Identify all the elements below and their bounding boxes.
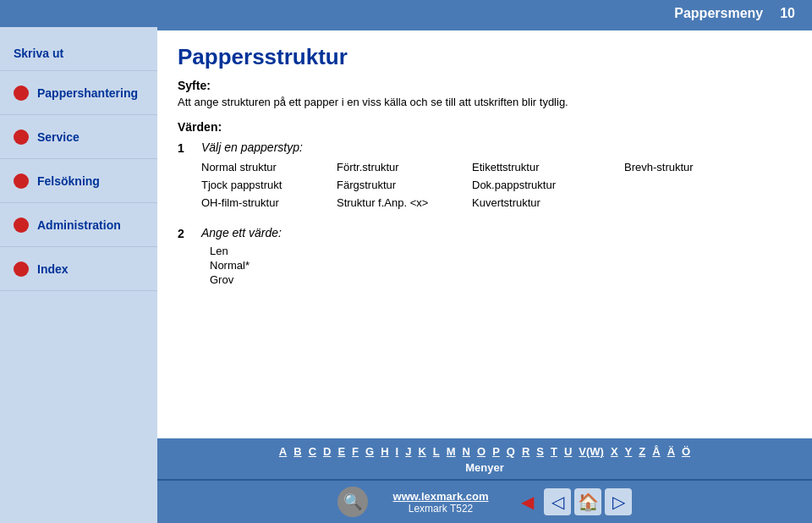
paper-type-cell: Färgstruktur <box>337 177 472 193</box>
paper-type-cell: Dok.pappstruktur <box>472 177 624 193</box>
paper-type-cell <box>624 195 760 211</box>
footer-url[interactable]: www.lexmark.com <box>393 490 489 503</box>
sidebar-item-index[interactable]: Index <box>0 247 157 291</box>
top-header: Pappersmeny 10 <box>0 0 812 27</box>
home-icon[interactable]: 🏠 <box>574 488 601 515</box>
alpha-Z[interactable]: Z <box>636 445 648 458</box>
step-2-content: Ange ett värde: Len Normal* Grov <box>201 226 792 288</box>
sidebar-label-felsoekning: Felsökning <box>37 174 100 188</box>
alphabet-bar: A B C D E F G H I J K L M N O P Q R S T <box>157 438 812 479</box>
alpha-E[interactable]: E <box>335 445 348 458</box>
paper-type-cell: Normal struktur <box>201 159 337 175</box>
footer-center: www.lexmark.com Lexmark T522 <box>393 490 489 515</box>
alpha-AE[interactable]: Ä <box>665 445 678 458</box>
sidebar-item-skriva-ut[interactable]: Skriva ut <box>0 36 157 71</box>
footer-model: Lexmark T522 <box>393 503 489 515</box>
alpha-OE[interactable]: Ö <box>679 445 693 458</box>
paper-type-cell: Tjock pappstrukt <box>201 177 337 193</box>
alpha-AA[interactable]: Å <box>650 445 662 458</box>
sidebar-bullet <box>14 85 29 101</box>
alpha-D[interactable]: D <box>321 445 333 458</box>
alpha-K[interactable]: K <box>415 445 428 458</box>
step-2-row: 2 Ange ett värde: Len Normal* Grov <box>178 226 792 288</box>
footer-nav-icons: ◀ ◁ 🏠 ▷ <box>513 488 632 515</box>
page-title: Pappersstruktur <box>178 44 792 70</box>
paper-types-grid: Normal struktur Förtr.struktur Etikettst… <box>201 159 792 211</box>
paper-type-cell <box>624 177 760 193</box>
alpha-L[interactable]: L <box>431 445 442 458</box>
paper-type-cell: Struktur f.Anp. <x> <box>337 195 472 211</box>
sidebar-label-administration: Administration <box>37 218 121 232</box>
paper-type-cell: Kuvertstruktur <box>472 195 624 211</box>
alpha-J[interactable]: J <box>403 445 414 458</box>
sidebar-bullet <box>14 129 29 145</box>
menyer-label[interactable]: Menyer <box>157 461 812 474</box>
back-icon[interactable]: ◀ <box>513 488 540 515</box>
alpha-F[interactable]: F <box>349 445 361 458</box>
content-area: Pappersstruktur Syfte: Att ange struktur… <box>157 27 812 523</box>
step-1-row: 1 Välj en papperstyp: Normal struktur Fö… <box>178 140 792 219</box>
sidebar-label-index: Index <box>37 262 69 276</box>
search-icon[interactable]: 🔍 <box>337 487 368 517</box>
alpha-H[interactable]: H <box>378 445 391 458</box>
list-item-len: Len <box>210 245 792 257</box>
alpha-C[interactable]: C <box>306 445 319 458</box>
prev-icon[interactable]: ◁ <box>544 488 571 515</box>
main-layout: Skriva ut Pappershantering Service Felsö… <box>0 27 812 523</box>
alpha-O[interactable]: O <box>475 445 488 458</box>
step-1-number: 1 <box>178 140 201 155</box>
sidebar-bullet <box>14 262 29 277</box>
next-icon[interactable]: ▷ <box>605 488 632 515</box>
paper-type-cell: Brevh-struktur <box>624 159 760 175</box>
sidebar: Skriva ut Pappershantering Service Felsö… <box>0 27 157 523</box>
list-item-normal: Normal* <box>210 259 792 272</box>
alpha-U[interactable]: U <box>562 445 574 458</box>
alphabet-links: A B C D E F G H I J K L M N O P Q R S T <box>157 445 812 458</box>
alpha-M[interactable]: M <box>444 445 458 458</box>
page-number: 10 <box>780 6 795 21</box>
alpha-G[interactable]: G <box>363 445 376 458</box>
footer-left: 🔍 <box>337 487 368 517</box>
sidebar-item-felsoekning[interactable]: Felsökning <box>0 159 157 203</box>
alpha-I[interactable]: I <box>393 445 402 458</box>
alpha-N[interactable]: N <box>460 445 473 458</box>
page-title-bar: Pappersstruktur <box>157 30 812 79</box>
alpha-VW[interactable]: V(W) <box>576 445 606 458</box>
sidebar-item-pappershantering[interactable]: Pappershantering <box>0 71 157 115</box>
syfte-label: Syfte: <box>178 79 792 92</box>
sidebar-item-administration[interactable]: Administration <box>0 203 157 247</box>
step-2-number: 2 <box>178 226 201 240</box>
menu-label: Pappersmeny <box>674 6 763 21</box>
content-body: Syfte: Att ange strukturen på ett papper… <box>157 79 812 438</box>
footer: 🔍 www.lexmark.com Lexmark T522 ◀ ◁ 🏠 ▷ <box>157 479 812 523</box>
paper-type-cell: OH-film-struktur <box>201 195 337 211</box>
value-list: Len Normal* Grov <box>210 245 792 286</box>
alpha-X[interactable]: X <box>608 445 621 458</box>
varden-label: Värden: <box>178 120 792 134</box>
step-1-label: Välj en papperstyp: <box>201 140 792 154</box>
alpha-A[interactable]: A <box>277 445 289 458</box>
sidebar-item-service[interactable]: Service <box>0 115 157 159</box>
syfte-text: Att ange strukturen på ett papper i en v… <box>178 96 792 108</box>
sidebar-label-service: Service <box>37 130 80 144</box>
alpha-Y[interactable]: Y <box>623 445 635 458</box>
sidebar-bullet <box>14 173 29 189</box>
alpha-P[interactable]: P <box>490 445 502 458</box>
alpha-B[interactable]: B <box>291 445 304 458</box>
paper-type-cell: Förtr.struktur <box>337 159 472 175</box>
paper-type-cell: Etikettstruktur <box>472 159 624 175</box>
alpha-S[interactable]: S <box>534 445 546 458</box>
sidebar-bullet <box>14 217 29 233</box>
alpha-R[interactable]: R <box>519 445 532 458</box>
step-2-label: Ange ett värde: <box>201 226 792 239</box>
list-item-grov: Grov <box>210 273 792 286</box>
alpha-T[interactable]: T <box>548 445 560 458</box>
step-1-content: Välj en papperstyp: Normal struktur Fört… <box>201 140 792 219</box>
alpha-Q[interactable]: Q <box>504 445 518 458</box>
header-title: Pappersmeny 10 <box>674 6 795 21</box>
sidebar-label-pappershantering: Pappershantering <box>37 86 138 100</box>
sidebar-label-skriva-ut: Skriva ut <box>14 47 63 60</box>
